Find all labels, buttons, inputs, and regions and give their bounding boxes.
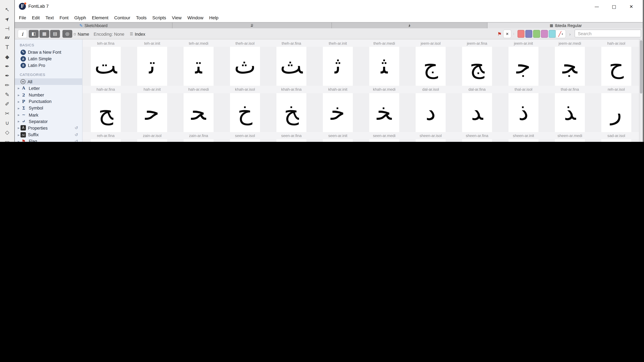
glyph-cell-dal-ar.fina[interactable]: dal-ar.finaﺪ	[454, 86, 500, 132]
glyph-cell-thal-ar.isol[interactable]: thal-ar.isolﺫ	[500, 86, 546, 132]
tab-font-window[interactable]: ▦ Ibteda Regular	[488, 22, 644, 28]
refresh-icon[interactable]: ↺	[74, 126, 78, 130]
glyph-cell-jeem-ar.init[interactable]: jeem-ar.initﺟ	[500, 39, 546, 86]
menu-text[interactable]: Text	[43, 14, 57, 21]
glyph-cell-teh-ar.fina[interactable]: teh-ar.finaﺖ	[82, 39, 129, 86]
glyph-cell-khah-ar.medi[interactable]: khah-ar.mediﺨ	[361, 86, 408, 132]
glyph-cell-khah-ar.init[interactable]: khah-ar.initﺧ	[315, 86, 361, 132]
encoding-selector[interactable]: Encoding: None	[94, 28, 124, 39]
glyph-cell-seen-ar.isol[interactable]: seen-ar.isolﺱ	[222, 132, 268, 142]
eraser-tool-icon[interactable]: ◇	[3, 128, 12, 137]
glyph-cell-dal-ar.isol[interactable]: dal-ar.isolﺩ	[408, 86, 454, 132]
fill-tool-icon[interactable]: ◆	[3, 52, 12, 62]
sidebar-item-latin-pro[interactable]: aLatin Pro	[15, 62, 82, 69]
tab-glyph-window-2[interactable]: ﻗ	[332, 22, 488, 28]
sidebar-item-symbol[interactable]: ▶ΣSymbol	[15, 105, 82, 111]
flag-marker-icon[interactable]: ⚑	[497, 28, 502, 39]
glyph-cell-hah-ar.fina[interactable]: hah-ar.finaﺢ	[82, 86, 129, 132]
glyph-cell-hah-ar.isol[interactable]: hah-ar.isolﺡ	[593, 39, 640, 86]
glyph-cell-theh-ar.fina[interactable]: theh-ar.finaﺚ	[268, 39, 314, 86]
sidebar-item-letter[interactable]: ▶ALetter	[15, 85, 82, 91]
list-view-button[interactable]: ▤	[50, 30, 60, 38]
sidebar-item-all[interactable]: ∞All	[15, 78, 82, 85]
glyph-cell-reh-ar.isol[interactable]: reh-ar.isolﺭ	[593, 86, 640, 132]
glyph-cell-sad-ar.isol[interactable]: sad-ar.isolﺹ	[593, 132, 640, 142]
pen-tool-icon[interactable]: ✒	[3, 62, 12, 71]
ruler-tool-icon[interactable]: ▭	[3, 137, 12, 142]
info-panel-button[interactable]: i	[18, 30, 27, 38]
grid-view-button[interactable]: ▦	[40, 30, 49, 38]
menu-edit[interactable]: Edit	[29, 14, 42, 21]
menu-scripts[interactable]: Scripts	[149, 14, 169, 21]
refresh-icon[interactable]: ↺	[74, 139, 78, 142]
glyph-cell-thal-ar.fina[interactable]: thal-ar.finaﺬ	[546, 86, 593, 132]
glyph-cell-hah-ar.init[interactable]: hah-ar.initﺣ	[129, 86, 175, 132]
sidebar-item-properties[interactable]: ▶AProperties↺	[15, 125, 82, 131]
glyph-cell-theh-ar.init[interactable]: theh-ar.initﺛ	[315, 39, 361, 86]
expand-arrow-icon[interactable]: ▶	[17, 100, 20, 103]
sidebar-item-draw-new-font[interactable]: ✎Draw a New Font	[15, 49, 82, 55]
glyph-cell-theh-ar.isol[interactable]: theh-ar.isolﺙ	[222, 39, 268, 86]
menu-view[interactable]: View	[169, 14, 184, 21]
sidebar-item-suffix[interactable]: ▶.SCSuffix↺	[15, 131, 82, 138]
flag-color-swatch-4[interactable]	[541, 30, 548, 38]
glyph-cell-seen-ar.fina[interactable]: seen-ar.finaﺲ	[268, 132, 314, 142]
minimize-button[interactable]: —	[588, 0, 605, 13]
glyph-cell-khah-ar.fina[interactable]: khah-ar.finaﺦ	[268, 86, 314, 132]
sidebar-item-latin-simple[interactable]: aLatin Simple	[15, 55, 82, 62]
kerning-tool-icon[interactable]: AV	[3, 33, 12, 43]
expand-arrow-icon[interactable]: ▶	[17, 140, 20, 142]
menu-window[interactable]: Window	[184, 14, 206, 21]
flag-color-swatch-5[interactable]	[549, 30, 556, 38]
tab-glyph-window-1[interactable]: ﻟﻠ	[172, 22, 332, 28]
sort-by-index[interactable]: ☰ Index	[130, 28, 145, 39]
scissors-tool-icon[interactable]: ✂	[3, 109, 12, 118]
expand-arrow-icon[interactable]: ▶	[17, 87, 20, 90]
glyph-cell-seen-ar.medi[interactable]: seen-ar.mediﺴ	[361, 132, 408, 142]
rapid-tool-icon[interactable]: ✐	[3, 99, 12, 109]
menu-contour[interactable]: Contour	[112, 14, 133, 21]
brush-tool-icon[interactable]: ✎	[3, 90, 12, 99]
sidebar-item-number[interactable]: ▶2Number	[15, 91, 82, 98]
flag-color-swatch-1[interactable]	[518, 30, 524, 38]
panel-left-view-button[interactable]: ◧	[29, 30, 39, 38]
glyph-cell-zain-ar.fina[interactable]: zain-ar.finaﺰ	[176, 132, 222, 142]
menu-glyph[interactable]: Glyph	[72, 14, 89, 21]
glyph-cell-jeem-ar.isol[interactable]: jeem-ar.isolﺝ	[408, 39, 454, 86]
expand-arrow-icon[interactable]: ▶	[17, 133, 20, 136]
expand-arrow-icon[interactable]: ▶	[17, 127, 20, 129]
glyph-cell-zain-ar.isol[interactable]: zain-ar.isolﺯ	[129, 132, 175, 142]
glyph-cell-khah-ar.isol[interactable]: khah-ar.isolﺥ	[222, 86, 268, 132]
sidebar-item-mark[interactable]: ▶∼Mark	[15, 111, 82, 118]
vertical-scrollbar[interactable]	[639, 39, 643, 142]
close-button[interactable]: ✕	[622, 0, 640, 13]
magnet-tool-icon[interactable]: ∪	[3, 118, 12, 128]
expand-arrow-icon[interactable]: ▶	[17, 113, 20, 116]
sidebar-item-flag[interactable]: ▶⚑Flag↺	[15, 138, 82, 142]
menu-help[interactable]: Help	[206, 14, 221, 21]
node-select-tool-icon[interactable]: ➤	[3, 14, 12, 24]
menu-tools[interactable]: Tools	[133, 14, 149, 21]
scrollbar-thumb[interactable]	[640, 40, 642, 94]
glyph-cell-seen-ar.init[interactable]: seen-ar.initﺳ	[315, 132, 361, 142]
expand-arrow-icon[interactable]: ▶	[17, 107, 20, 109]
glyph-cell-sheen-ar.fina[interactable]: sheen-ar.finaﺶ	[454, 132, 500, 142]
refresh-icon[interactable]: ↺	[74, 132, 78, 137]
expand-arrow-icon[interactable]: ▶	[17, 93, 20, 96]
flag-color-swatch-2[interactable]	[525, 30, 532, 38]
pointer-tool-icon[interactable]: ↖	[3, 5, 12, 14]
menu-file[interactable]: File	[16, 14, 29, 21]
sidebar-item-separator[interactable]: ▶↵Separator	[15, 118, 82, 125]
clear-flag-button[interactable]: ✕	[504, 30, 511, 38]
pencil-tool-icon[interactable]: ✏	[3, 80, 12, 90]
flag-color-swatch-3[interactable]	[533, 30, 540, 38]
no-flag-button[interactable]: ╱ ▾	[556, 30, 566, 38]
glyph-cell-sheen-ar.init[interactable]: sheen-ar.initﺷ	[500, 132, 546, 142]
glyph-cell-teh-ar.medi[interactable]: teh-ar.mediﺘ	[176, 39, 222, 86]
glyph-search-input[interactable]: Search	[575, 29, 641, 37]
menu-font[interactable]: Font	[57, 14, 72, 21]
glyph-cell-hah-ar.medi[interactable]: hah-ar.mediﺤ	[176, 86, 222, 132]
filter-circle-button[interactable]: ◎	[62, 30, 72, 38]
text-tool-icon[interactable]: T	[3, 43, 12, 52]
glyph-cell-reh-ar.fina[interactable]: reh-ar.finaﺮ	[82, 132, 129, 142]
